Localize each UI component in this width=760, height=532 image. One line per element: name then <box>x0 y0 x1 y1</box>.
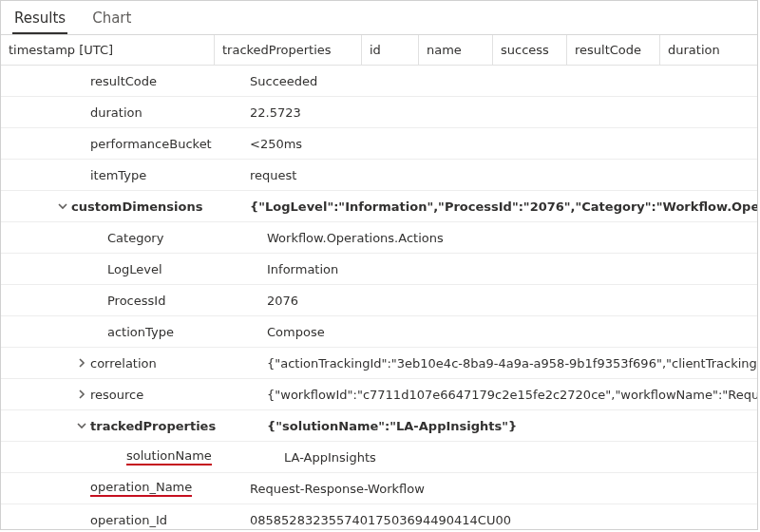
chevron-down-icon[interactable] <box>73 421 90 430</box>
tabs-bar: Results Chart <box>1 1 757 35</box>
label-performanceBucket: performanceBucket <box>90 137 250 151</box>
label-solutionName: solutionName <box>126 448 284 466</box>
value-processId: 2076 <box>267 294 757 308</box>
row-processId[interactable]: ProcessId 2076 <box>1 285 757 316</box>
value-resultCode: Succeeded <box>250 74 757 88</box>
row-solutionName[interactable]: solutionName LA-AppInsights <box>1 442 757 473</box>
value-correlation: {"actionTrackingId":"3eb10e4c-8ba9-4a9a-… <box>267 356 757 370</box>
value-actionType: Compose <box>267 325 757 339</box>
label-correlation: correlation <box>90 356 267 370</box>
value-performanceBucket: <250ms <box>250 137 757 151</box>
row-trackedProperties[interactable]: trackedProperties {"solutionName":"LA-Ap… <box>1 410 757 442</box>
col-timestamp[interactable]: timestamp [UTC] <box>1 35 215 65</box>
col-trackedProperties[interactable]: trackedProperties <box>215 35 362 65</box>
label-logLevel: LogLevel <box>107 262 267 276</box>
chevron-right-icon[interactable] <box>73 390 90 399</box>
value-operationName: Request-Response-Workflow <box>250 482 757 496</box>
label-processId: ProcessId <box>107 294 267 308</box>
row-customDimensions[interactable]: customDimensions {"LogLevel":"Informatio… <box>1 191 757 222</box>
row-correlation[interactable]: correlation {"actionTrackingId":"3eb10e4… <box>1 348 757 379</box>
value-itemType: request <box>250 168 757 182</box>
row-itemType[interactable]: itemType request <box>1 160 757 191</box>
row-operationId[interactable]: operation_Id 085852832355740175036944904… <box>1 504 757 530</box>
results-body: resultCode Succeeded duration 22.5723 pe… <box>1 66 757 530</box>
value-logLevel: Information <box>267 262 757 276</box>
label-resultCode: resultCode <box>90 74 250 88</box>
label-category: Category <box>107 231 267 245</box>
value-duration: 22.5723 <box>250 105 757 120</box>
col-resultCode[interactable]: resultCode <box>567 35 660 65</box>
value-solutionName: LA-AppInsights <box>284 450 757 465</box>
row-resource[interactable]: resource {"workflowId":"c7711d107e664717… <box>1 379 757 410</box>
row-duration[interactable]: duration 22.5723 <box>1 97 757 128</box>
chevron-down-icon[interactable] <box>54 201 71 211</box>
label-operationId: operation_Id <box>90 513 250 527</box>
row-category[interactable]: Category Workflow.Operations.Actions <box>1 222 757 254</box>
row-performanceBucket[interactable]: performanceBucket <250ms <box>1 128 757 160</box>
tab-chart[interactable]: Chart <box>90 2 133 34</box>
col-duration[interactable]: duration <box>660 35 757 65</box>
row-actionType[interactable]: actionType Compose <box>1 316 757 348</box>
col-name[interactable]: name <box>419 35 493 65</box>
label-duration: duration <box>90 105 250 120</box>
value-customDimensions: {"LogLevel":"Information","ProcessId":"2… <box>250 200 757 214</box>
label-trackedProperties: trackedProperties <box>90 419 267 433</box>
tab-results[interactable]: Results <box>12 2 67 34</box>
label-resource: resource <box>90 388 267 402</box>
row-resultCode[interactable]: resultCode Succeeded <box>1 66 757 97</box>
value-trackedProperties: {"solutionName":"LA-AppInsights"} <box>267 419 757 433</box>
value-operationId: 08585283235574017503694490414CU00 <box>250 513 757 527</box>
label-customDimensions: customDimensions <box>71 200 250 214</box>
value-resource: {"workflowId":"c7711d107e6647179c2e15fe2… <box>267 388 757 402</box>
col-id[interactable]: id <box>362 35 419 65</box>
col-success[interactable]: success <box>493 35 567 65</box>
label-actionType: actionType <box>107 325 267 339</box>
value-category: Workflow.Operations.Actions <box>267 231 757 245</box>
row-operationName[interactable]: operation_Name Request-Response-Workflow <box>1 473 757 504</box>
row-logLevel[interactable]: LogLevel Information <box>1 254 757 285</box>
label-itemType: itemType <box>90 168 250 182</box>
column-header-row: timestamp [UTC] trackedProperties id nam… <box>1 35 757 66</box>
chevron-right-icon[interactable] <box>73 358 90 368</box>
label-operationName: operation_Name <box>90 480 250 497</box>
